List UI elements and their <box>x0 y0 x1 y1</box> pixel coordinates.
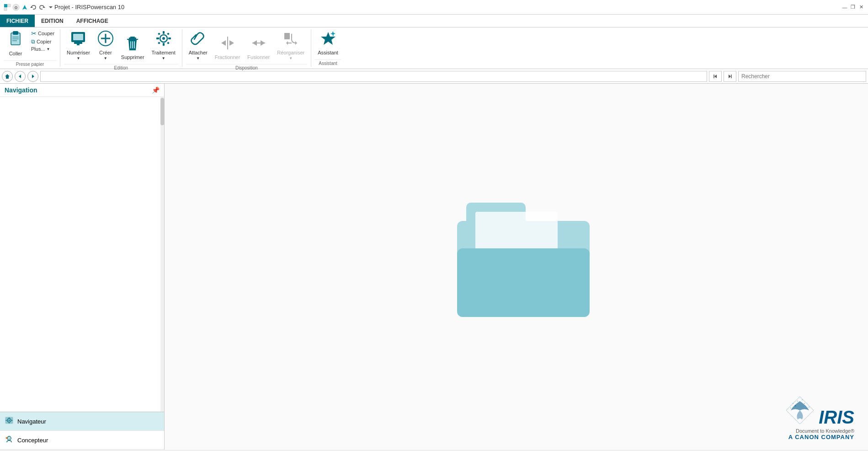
edition-items: Numériser ▼ Créer ▼ Supprimer <box>64 29 178 63</box>
assistant-group-label: Assistant <box>315 59 341 67</box>
app-icon-redo[interactable] <box>38 4 46 11</box>
copier-icon: ⧉ <box>31 38 35 45</box>
coller-button[interactable]: Coller <box>4 29 27 58</box>
svg-point-27 <box>162 37 165 40</box>
supprimer-button[interactable]: Supprimer <box>118 34 147 61</box>
fractionner-button[interactable]: Fractionner <box>212 34 243 61</box>
search-input[interactable] <box>738 71 866 82</box>
maximize-button[interactable]: ❐ <box>850 4 856 11</box>
plus-dropdown-icon: ▼ <box>47 47 50 51</box>
ribbon-group-presse-papier: Coller ✂ Couper ⧉ Copier Plus... ▼ <box>0 29 60 67</box>
tab-fichier[interactable]: FICHIER <box>0 15 35 27</box>
left-panel-header: Navigation 📌 <box>0 84 164 97</box>
numeriser-label: Numériser <box>67 50 90 56</box>
nav-back-button[interactable] <box>15 71 26 82</box>
couper-button[interactable]: ✂ Couper <box>29 29 56 38</box>
assistant-button[interactable]: Assistant <box>315 29 341 57</box>
assistant-icon <box>320 30 336 49</box>
nav-arrow-left[interactable] <box>709 71 722 82</box>
svg-rect-34 <box>158 42 160 44</box>
svg-rect-29 <box>163 43 165 46</box>
ribbon-content: Coller ✂ Couper ⧉ Copier Plus... ▼ <box>0 27 868 69</box>
iris-logo: IRIS Document to Knowledge® A CANON COMP… <box>784 394 854 440</box>
left-panel-tabs: Navigateur Concepteur <box>0 412 164 450</box>
small-buttons-group: ✂ Couper ⧉ Copier Plus... ▼ <box>29 29 56 58</box>
copier-label: Copier <box>37 39 51 44</box>
attacher-label: Attacher <box>189 50 208 56</box>
plus-label: Plus... <box>31 46 45 52</box>
tab-affichage[interactable]: AFFICHAGE <box>70 15 115 27</box>
coller-icon <box>7 30 24 51</box>
plus-button[interactable]: Plus... ▼ <box>29 46 56 52</box>
concepteur-icon <box>5 435 14 446</box>
minimize-button[interactable]: — <box>841 4 848 11</box>
svg-point-71 <box>793 403 793 404</box>
concepteur-tab[interactable]: Concepteur <box>0 431 164 450</box>
svg-marker-50 <box>32 75 34 78</box>
traitement-button[interactable]: Traitement ▼ <box>149 29 178 61</box>
nav-bar <box>0 69 868 84</box>
svg-marker-5 <box>30 6 33 8</box>
nav-forward-button[interactable] <box>27 71 38 82</box>
attacher-icon <box>190 30 206 49</box>
concepteur-label: Concepteur <box>17 437 48 444</box>
left-panel: Navigation 📌 Navigateur Concepteur <box>0 84 165 450</box>
reorganiser-label: Réorganiser <box>277 50 304 56</box>
folder-illustration <box>430 189 603 344</box>
reorganiser-icon <box>282 30 299 49</box>
app-icon-3[interactable] <box>21 4 28 11</box>
traitement-icon <box>155 30 172 49</box>
attacher-button[interactable]: Attacher ▼ <box>186 29 210 61</box>
numeriser-button[interactable]: Numériser ▼ <box>64 29 93 61</box>
nav-home-button[interactable] <box>2 71 13 82</box>
reorganiser-dropdown-icon: ▼ <box>289 56 293 60</box>
breadcrumb-input[interactable] <box>40 71 707 82</box>
ribbon-tab-bar: FICHIER EDITION AFFICHAGE <box>0 15 868 27</box>
svg-marker-44 <box>295 41 297 45</box>
svg-marker-37 <box>221 40 226 46</box>
navigateur-icon <box>5 416 14 427</box>
left-panel-content <box>0 97 164 412</box>
svg-rect-16 <box>77 44 80 45</box>
panel-pin-button[interactable]: 📌 <box>152 86 160 94</box>
app-icons: ⚙ <box>4 4 54 11</box>
traitement-label: Traitement <box>152 50 176 56</box>
presse-papier-label: Presse papier <box>4 60 56 68</box>
fusionner-button[interactable]: Fusionner <box>245 34 272 61</box>
attacher-dropdown-icon: ▼ <box>196 56 200 60</box>
title-bar: ⚙ Projet - IRISPowerscan 10 — ❐ ✕ <box>0 0 868 15</box>
scrollbar-track[interactable] <box>160 97 164 412</box>
scrollbar-thumb[interactable] <box>160 98 164 125</box>
fusionner-label: Fusionner <box>247 54 270 60</box>
nav-arrow-right[interactable] <box>724 71 736 82</box>
svg-point-73 <box>802 399 803 400</box>
window-title: Projet - IRISPowerscan 10 <box>54 4 864 11</box>
copier-button[interactable]: ⧉ Copier <box>29 38 56 45</box>
app-icon-undo[interactable] <box>30 4 37 11</box>
app-icon-more[interactable] <box>47 4 54 11</box>
ribbon-group-assistant: Assistant Assistant <box>311 29 345 67</box>
app-icon-2: ⚙ <box>12 4 20 11</box>
svg-rect-32 <box>158 32 160 35</box>
couper-label: Couper <box>38 31 54 36</box>
assistant-items: Assistant <box>315 29 341 59</box>
couper-icon: ✂ <box>31 30 37 37</box>
reorganiser-button[interactable]: Réorganiser ▼ <box>274 29 307 61</box>
navigateur-tab[interactable]: Navigateur <box>0 412 164 431</box>
svg-rect-43 <box>284 33 290 39</box>
doc-to-knowledge-text: Document to Knowledge® <box>784 428 854 434</box>
supprimer-label: Supprimer <box>121 54 144 60</box>
svg-rect-24 <box>130 41 131 48</box>
svg-rect-30 <box>156 38 159 39</box>
navigation-title: Navigation <box>5 86 37 94</box>
svg-text:⚙: ⚙ <box>14 5 18 10</box>
close-button[interactable]: ✕ <box>858 4 864 11</box>
iris-logo-icon: IRIS <box>784 394 854 426</box>
svg-rect-23 <box>132 41 133 48</box>
tab-edition[interactable]: EDITION <box>35 15 70 27</box>
svg-marker-6 <box>43 6 45 8</box>
svg-point-76 <box>804 403 805 404</box>
fractionner-icon <box>219 35 236 54</box>
creer-button[interactable]: Créer ▼ <box>95 29 117 61</box>
app-icon-1 <box>4 4 11 11</box>
